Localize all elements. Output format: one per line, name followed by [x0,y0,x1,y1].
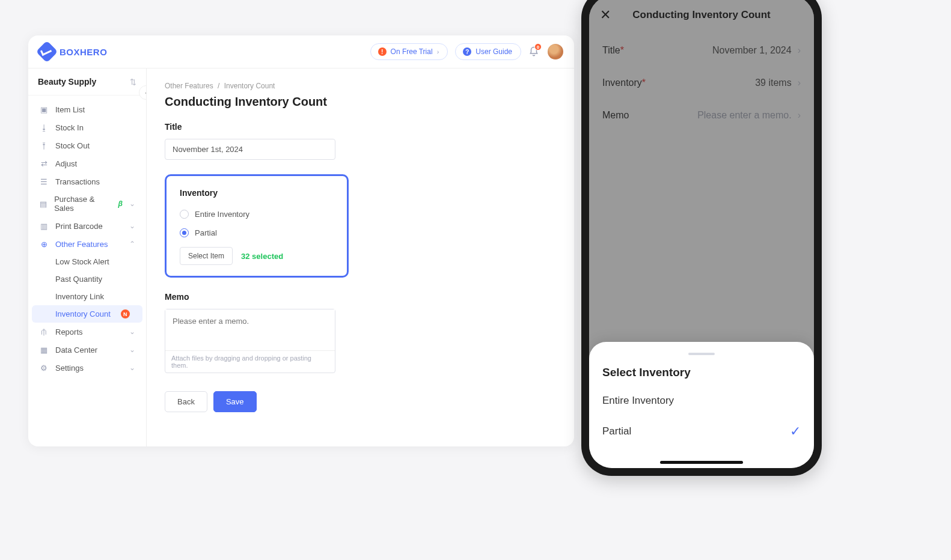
exclamation-icon: ! [378,47,387,56]
user-guide-label: User Guide [476,47,512,56]
team-name: Beauty Supply [38,77,96,87]
chevron-down-icon: ⌄ [129,345,135,354]
breadcrumb-sep: / [218,82,219,90]
topbar: BOXHERO ! On Free Trial › ? User Guide 0 [28,35,574,68]
user-guide-button[interactable]: ? User Guide [455,43,521,60]
nav-stock-out[interactable]: ⭱Stock Out [28,136,146,154]
nav-stock-in[interactable]: ⭳Stock In [28,118,146,136]
breadcrumb: Other Features / Inventory Count [165,82,556,90]
sort-icon: ⇅ [130,78,136,87]
notifications-button[interactable]: 0 [528,46,539,58]
nav-adjust[interactable]: ⇄Adjust [28,154,146,172]
nav-other-features[interactable]: ⊕Other Features⌃ [28,235,146,253]
nav-data-center[interactable]: ▦Data Center⌄ [28,341,146,359]
memo-textarea[interactable] [165,309,335,348]
nav-past-quantity[interactable]: Past Quantity [28,270,146,288]
home-indicator [660,461,743,464]
adjust-icon: ⇄ [39,159,49,168]
select-inventory-sheet: Select Inventory Entire Inventory Partia… [589,342,814,468]
breadcrumb-a[interactable]: Other Features [165,82,213,90]
main-content: Other Features / Inventory Count Conduct… [147,68,574,446]
nav-inventory-count[interactable]: Inventory CountN [32,305,142,323]
free-trial-label: On Free Trial [391,47,433,56]
title-section-label: Title [165,122,556,132]
receipt-icon: ▤ [39,199,47,208]
breadcrumb-b[interactable]: Inventory Count [224,82,275,90]
memo-section-label: Memo [165,292,556,302]
nav-purchase-sales[interactable]: ▤Purchase & Salesβ⌄ [28,190,146,217]
phone-frame: ✕ Conducting Inventory Count Title* Nove… [581,0,822,476]
chevron-up-icon: ⌃ [129,240,135,248]
save-button[interactable]: Save [213,391,257,412]
desktop-window: BOXHERO ! On Free Trial › ? User Guide 0… [28,35,574,446]
box-icon: ▣ [39,105,49,114]
nav-settings[interactable]: ⚙Settings⌄ [28,359,146,377]
memo-box: Attach files by dragging and dropping or… [165,309,335,373]
gear-icon: ⚙ [39,363,49,373]
question-icon: ? [463,47,471,56]
nav-low-stock[interactable]: Low Stock Alert [28,253,146,270]
chevron-down-icon: ⌄ [129,327,135,336]
radio-icon-selected [180,228,189,237]
sheet-option-entire[interactable]: Entire Inventory [602,386,801,415]
check-icon: ✓ [790,424,801,439]
chart-icon: ⫛ [39,327,49,336]
download-icon: ⭳ [39,123,49,132]
nav-item-list[interactable]: ▣Item List [28,100,146,118]
sheet-title: Select Inventory [602,366,801,379]
chevron-down-icon: ⌄ [129,364,135,372]
radio-entire-inventory[interactable]: Entire Inventory [180,210,334,219]
selected-count: 32 selected [241,252,283,261]
sidebar: ‹ Beauty Supply ⇅ ▣Item List ⭳Stock In ⭱… [28,68,147,446]
logo-icon [36,41,58,63]
nav-inventory-link[interactable]: Inventory Link [28,288,146,305]
sheet-handle[interactable] [688,353,715,355]
select-item-button[interactable]: Select Item [180,247,233,265]
new-badge: N [121,309,130,318]
list-icon: ☰ [39,177,49,186]
page-title: Conducting Inventory Count [165,95,556,109]
phone-screen: ✕ Conducting Inventory Count Title* Nove… [589,0,814,468]
title-input[interactable] [165,139,335,160]
plus-circle-icon: ⊕ [39,239,49,249]
sheet-option-partial[interactable]: Partial ✓ [602,415,801,448]
back-button[interactable]: Back [165,391,207,412]
chevron-down-icon: ⌄ [129,222,135,230]
nav-sub-other-features: Low Stock Alert Past Quantity Inventory … [28,253,146,323]
team-switcher[interactable]: Beauty Supply ⇅ [28,68,146,96]
radio-partial[interactable]: Partial [180,228,334,237]
chevron-down-icon: ⌄ [129,199,135,208]
database-icon: ▦ [39,345,49,355]
radio-icon [180,210,189,219]
upload-icon: ⭱ [39,141,49,150]
nav-reports[interactable]: ⫛Reports⌄ [28,323,146,341]
nav-print-barcode[interactable]: ▥Print Barcode⌄ [28,217,146,235]
inventory-section-label: Inventory [180,188,334,198]
logo-text: BOXHERO [60,47,107,57]
attach-hint: Attach files by dragging and dropping or… [165,350,335,373]
chevron-right-icon: › [437,48,439,55]
barcode-icon: ▥ [39,221,49,231]
beta-badge: β [118,199,123,208]
brand-logo[interactable]: BOXHERO [39,44,107,59]
nav-list: ▣Item List ⭳Stock In ⭱Stock Out ⇄Adjust … [28,96,146,382]
notification-badge: 0 [534,43,542,50]
free-trial-button[interactable]: ! On Free Trial › [370,43,448,60]
inventory-card: Inventory Entire Inventory Partial Selec… [165,174,349,278]
nav-transactions[interactable]: ☰Transactions [28,172,146,190]
avatar[interactable] [548,44,563,59]
